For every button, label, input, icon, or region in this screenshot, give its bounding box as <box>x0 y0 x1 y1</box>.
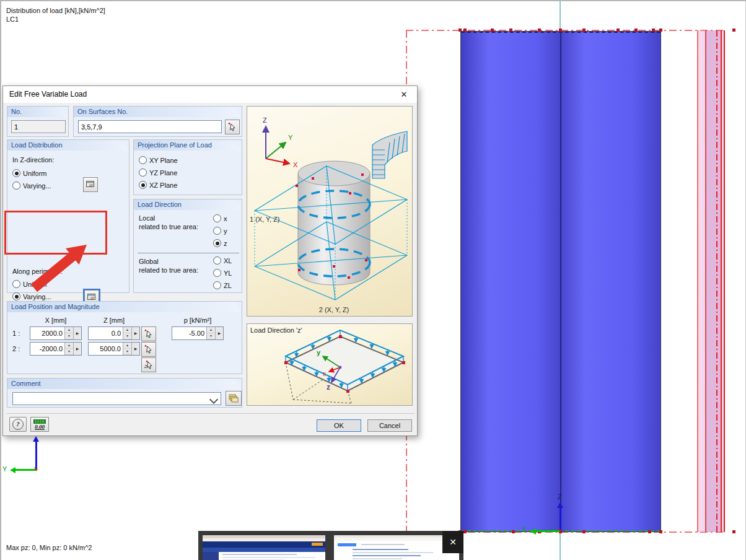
taskbar-preview-popup: ✕ <box>198 531 463 560</box>
load-position-group: Load Position and Magnitude X [mm] Z [mm… <box>7 301 242 374</box>
spin-up-icon: ▲ <box>207 327 215 333</box>
node-dot <box>463 530 467 533</box>
spin-down-icon: ▼ <box>123 333 131 339</box>
p-spinner[interactable]: -5.00 ▲▼ ▶ <box>172 326 224 340</box>
projection-plane-header: Projection Plane of Load <box>134 140 242 151</box>
local-y-label: y <box>224 227 227 235</box>
node-dot <box>509 28 512 32</box>
node-dot <box>463 28 467 32</box>
spin-up-icon: ▲ <box>65 343 73 349</box>
surfaces-input[interactable] <box>78 120 222 133</box>
z-direction-label: In Z-direction: <box>12 156 54 164</box>
surface-axis-z-line <box>560 507 561 532</box>
local-x-radio[interactable] <box>213 214 221 222</box>
yz-plane-label: YZ Plane <box>149 169 177 177</box>
load-direction-z-title: Load Direction 'z' <box>250 326 302 334</box>
global-label-1: Global <box>139 258 159 265</box>
load-distribution-header: Load Distribution <box>7 140 129 151</box>
pick-cursor-icon <box>144 344 154 354</box>
spin-down-icon: ▼ <box>123 349 131 355</box>
z-varying-radio[interactable] <box>12 182 20 190</box>
row2-label: 2 : <box>12 345 20 352</box>
node-dot <box>648 530 651 533</box>
spin-expand-icon: ▶ <box>131 327 139 339</box>
pick-point1-button[interactable] <box>141 326 156 341</box>
local-z-label: z <box>224 240 227 247</box>
chevron-down-icon[interactable] <box>209 395 218 404</box>
edit-z-varying-button[interactable] <box>83 177 98 192</box>
comment-templates-button[interactable] <box>226 391 242 406</box>
annotation-arrow <box>19 235 99 297</box>
thumb-banner <box>203 541 325 548</box>
comment-combobox[interactable] <box>12 392 221 405</box>
pick-surfaces-button[interactable] <box>225 120 240 134</box>
svg-text:z: z <box>327 383 330 392</box>
global-yl-label: YL <box>224 269 232 277</box>
thumb-subnav <box>203 548 325 552</box>
row1-label: 1 : <box>12 330 20 337</box>
global-zl-radio[interactable] <box>213 281 221 289</box>
ruler-icon <box>33 419 46 424</box>
help-button[interactable]: ? <box>9 417 27 432</box>
spin-up-icon: ▲ <box>65 327 73 333</box>
pick-cursor-icon <box>144 329 154 339</box>
view-info-line-1: Distribution of load [kN],[kN/m^2] <box>6 6 105 15</box>
load-number-field[interactable] <box>11 120 66 133</box>
surface-axis-triad: Z Y <box>522 494 571 536</box>
z1-spinner[interactable]: 0.0 ▲▼ ▶ <box>88 326 140 340</box>
axis-y-line <box>15 469 37 471</box>
spin-down-icon: ▼ <box>65 349 73 355</box>
window-thumbnail-right[interactable] <box>334 535 459 560</box>
z2-spinner[interactable]: 5000.0 ▲▼ ▶ <box>88 342 140 356</box>
units-button[interactable]: 0.00 <box>30 417 49 432</box>
cancel-button[interactable]: Cancel <box>367 419 412 432</box>
window-thumbnail-left[interactable] <box>203 535 325 560</box>
node-dot <box>459 28 462 32</box>
surfaces-group-header: On Surfaces No. <box>74 107 242 117</box>
node-dot <box>512 530 515 533</box>
svg-text:Y: Y <box>288 134 293 141</box>
wall-section-band-light <box>697 30 706 532</box>
dialog-titlebar[interactable]: Edit Free Variable Load ✕ <box>3 86 417 103</box>
dialog-footer-separator <box>7 413 415 414</box>
x2-spinner[interactable]: -2000.0 ▲▼ ▶ <box>30 342 82 356</box>
global-zl-label: ZL <box>224 282 232 289</box>
global-yl-radio[interactable] <box>213 269 221 277</box>
local-label-2: related to true area: <box>139 223 198 230</box>
z-uniform-label: Uniform <box>23 170 47 177</box>
spin-down-icon: ▼ <box>207 333 215 339</box>
node-dot <box>582 530 586 533</box>
local-z-radio[interactable] <box>213 239 221 247</box>
pick-cursor-icon <box>227 122 237 132</box>
point1-label: 1 (X, Y, Z) <box>250 216 280 223</box>
node-dot <box>652 28 655 32</box>
column-z-header: Z [mm] <box>88 317 140 324</box>
node-dot <box>659 28 662 32</box>
surfaces-group: On Surfaces No. <box>73 106 242 137</box>
close-icon[interactable]: ✕ <box>391 86 417 103</box>
pick-two-points-button[interactable]: 2 <box>141 357 156 372</box>
no-group: No. <box>7 106 69 137</box>
thumbnail-close-button[interactable]: ✕ <box>442 531 463 553</box>
xz-plane-label: XZ Plane <box>149 182 177 189</box>
ok-button[interactable]: OK <box>317 419 361 432</box>
yz-plane-radio[interactable] <box>139 168 147 177</box>
spin-up-icon: ▲ <box>123 327 131 333</box>
z-varying-label: Varying... <box>23 182 51 190</box>
svg-text:X: X <box>293 161 298 168</box>
z-uniform-radio[interactable] <box>12 169 20 177</box>
pick-point2-button[interactable] <box>141 342 156 357</box>
global-xl-label: XL <box>224 257 232 265</box>
global-xl-radio[interactable] <box>213 256 221 265</box>
load-direction-z-illustration: y x z <box>247 324 412 405</box>
units-label: 0.00 <box>35 424 45 430</box>
xy-plane-radio[interactable] <box>139 156 147 164</box>
xz-plane-radio[interactable] <box>139 181 147 189</box>
svg-text:Z: Z <box>263 116 267 124</box>
comment-group-header: Comment <box>7 378 242 389</box>
local-y-radio[interactable] <box>213 227 221 235</box>
loaded-surface[interactable] <box>460 31 661 532</box>
node-dot <box>491 28 494 32</box>
x1-spinner[interactable]: 2000.0 ▲▼ ▶ <box>30 326 82 340</box>
thumb-toolbar <box>334 538 459 541</box>
